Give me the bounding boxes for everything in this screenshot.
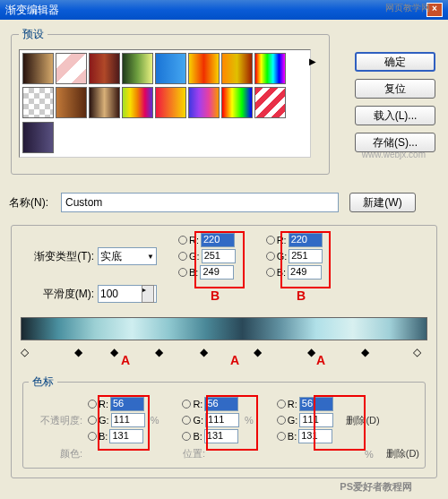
rgb-r-a3[interactable]: 56: [299, 397, 333, 411]
name-input[interactable]: [61, 193, 339, 212]
preset-swatch[interactable]: [89, 87, 120, 118]
radio-icon[interactable]: [182, 432, 191, 441]
preset-swatch[interactable]: [254, 87, 286, 118]
radio-icon[interactable]: [277, 432, 286, 441]
label-b: B: [211, 288, 220, 303]
rgb-g-b2[interactable]: 251: [289, 249, 323, 263]
rgb-b-b1[interactable]: 249: [200, 265, 234, 280]
preset-swatch[interactable]: [254, 53, 286, 84]
radio-icon[interactable]: [178, 236, 187, 245]
rgb-r-a2[interactable]: 56: [204, 397, 238, 411]
smoothness-input[interactable]: 100▸: [98, 285, 157, 303]
opacity-stop[interactable]: ◇: [21, 346, 30, 357]
rgb-b-a3[interactable]: 131: [298, 429, 332, 443]
presets-fieldset: 预设 ▶: [11, 27, 330, 175]
color-stop[interactable]: ◆: [307, 346, 316, 357]
preset-swatch[interactable]: [188, 53, 220, 84]
preset-swatch[interactable]: [122, 87, 153, 118]
radio-icon[interactable]: [266, 268, 275, 277]
radio-icon[interactable]: [277, 400, 286, 409]
color-stop[interactable]: ◆: [361, 346, 370, 357]
color-stop[interactable]: ◆: [200, 346, 209, 357]
gradient-settings: 渐变类型(T): 实底▼ R:220 G:251 B:249 R:220 G:2…: [11, 225, 437, 478]
gradient-editor-window: 渐变编辑器 × 网页教学网 预设 ▶ www.webjx.com 确定 复位 载…: [0, 0, 448, 499]
preset-swatch[interactable]: [122, 53, 153, 84]
preset-swatch[interactable]: [89, 53, 120, 84]
rgb-g-a3[interactable]: 111: [299, 413, 333, 427]
preset-swatches[interactable]: ▶: [19, 49, 311, 158]
preset-swatch[interactable]: [155, 87, 186, 118]
radio-icon[interactable]: [178, 268, 187, 277]
radio-icon[interactable]: [182, 416, 191, 425]
color-stop[interactable]: ◆: [110, 346, 119, 357]
radio-icon[interactable]: [88, 432, 97, 441]
color-stop[interactable]: ◆: [74, 346, 83, 357]
label-a: A: [121, 353, 130, 367]
watermark-text: 网页教学网: [385, 2, 430, 14]
rgb-b-b2[interactable]: 249: [288, 265, 322, 280]
load-button[interactable]: 载入(L)...: [355, 106, 435, 125]
new-button[interactable]: 新建(W): [349, 193, 416, 212]
label-a: A: [230, 353, 239, 367]
gradient-type-label: 渐变类型(T):: [21, 249, 94, 264]
chevron-down-icon: ▼: [147, 253, 154, 261]
radio-icon[interactable]: [178, 252, 187, 261]
gradient-type-combo[interactable]: 实底▼: [98, 247, 157, 265]
window-title: 渐变编辑器: [5, 3, 426, 18]
radio-icon[interactable]: [182, 400, 191, 409]
rgb-g-b1[interactable]: 251: [202, 249, 236, 263]
color-stop[interactable]: ◆: [254, 346, 263, 357]
reset-button[interactable]: 复位: [355, 79, 435, 99]
color-stop[interactable]: ◆: [155, 346, 164, 357]
radio-icon[interactable]: [88, 400, 97, 409]
preset-swatch[interactable]: [221, 87, 253, 118]
radio-icon[interactable]: [266, 252, 275, 261]
presets-legend: 预设: [19, 27, 47, 42]
slider-icon[interactable]: ▸: [142, 285, 154, 303]
preset-swatch[interactable]: [56, 87, 87, 118]
stops-legend: 色标: [29, 374, 57, 390]
preset-swatch[interactable]: [155, 53, 186, 84]
titlebar: 渐变编辑器 ×: [0, 0, 448, 20]
gradient-stops-track[interactable]: ◇ ◆ ◆ ◆ ◆ ◆ ◆ ◆ ◇: [21, 346, 427, 358]
radio-icon[interactable]: [277, 416, 286, 425]
name-label: 名称(N):: [9, 195, 56, 211]
gradient-preview-bar[interactable]: [21, 317, 427, 340]
label-a: A: [316, 353, 325, 367]
preset-swatch[interactable]: [56, 53, 87, 84]
preset-swatch[interactable]: [221, 53, 253, 84]
delete-link[interactable]: 删除(D): [386, 447, 419, 460]
opacity-stop[interactable]: ◇: [413, 346, 422, 357]
radio-icon[interactable]: [266, 236, 275, 245]
rgb-g-a1[interactable]: 111: [111, 413, 145, 427]
presets-menu-icon[interactable]: ▶: [309, 56, 316, 66]
preset-swatch[interactable]: [188, 87, 220, 118]
ok-button[interactable]: 确定: [355, 52, 435, 72]
smoothness-label: 平滑度(M):: [21, 287, 94, 302]
rgb-r-b2[interactable]: 220: [289, 233, 323, 247]
color-label: 颜色:: [29, 447, 82, 460]
rgb-b-a2[interactable]: 131: [204, 429, 238, 443]
preset-swatch[interactable]: [22, 53, 54, 84]
rgb-r-b1[interactable]: 220: [201, 233, 235, 247]
label-b: B: [297, 288, 306, 303]
watermark-footer: PS爱好者教程网: [340, 480, 412, 494]
preset-swatch[interactable]: [22, 122, 54, 153]
position-label: 位置:: [183, 447, 205, 460]
radio-icon[interactable]: [88, 416, 97, 425]
stops-fieldset: 色标 不透明度: R:56 G:111 B:131 % R:56 G:111 B…: [22, 374, 426, 469]
rgb-b-a1[interactable]: 131: [109, 429, 143, 443]
save-button[interactable]: 存储(S)...: [355, 133, 435, 152]
preset-swatch[interactable]: [22, 87, 54, 118]
opacity-label: 不透明度:: [29, 414, 82, 427]
rgb-g-a2[interactable]: 111: [205, 413, 239, 427]
delete-link[interactable]: 删除(D): [346, 414, 379, 427]
rgb-r-a1[interactable]: 56: [110, 397, 144, 411]
